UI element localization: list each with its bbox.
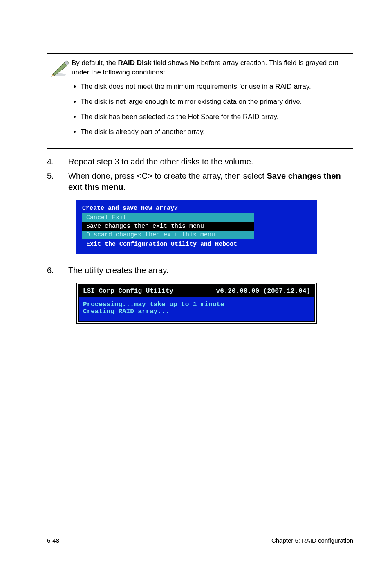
pen-icon bbox=[47, 57, 72, 78]
step-5: 5. When done, press <C> to create the ar… bbox=[47, 171, 353, 193]
note-bullet-list: The disk does not meet the minimum requi… bbox=[81, 82, 353, 137]
save-array-dialog: Create and save new array? Cancel Exit S… bbox=[76, 200, 353, 254]
utility-version: v6.20.00.00 (2007.12.04) bbox=[216, 287, 310, 295]
step-number: 6. bbox=[47, 265, 68, 276]
chapter-label: Chapter 6: RAID configuration bbox=[271, 537, 353, 544]
step-6: 6. The utility creates the array. bbox=[47, 265, 353, 276]
step-number: 4. bbox=[47, 156, 68, 167]
menu-item-save[interactable]: Save changes then exit this menu bbox=[82, 222, 254, 231]
note-bullet: The disk does not meet the minimum requi… bbox=[81, 82, 353, 92]
step-text: When done, press <C> to create the array… bbox=[68, 171, 353, 193]
step-text: Repeat step 3 to add the other disks to … bbox=[68, 156, 353, 167]
processing-dialog: LSI Corp Config Utility v6.20.00.00 (200… bbox=[76, 283, 353, 324]
note-block: By default, the RAID Disk field shows No… bbox=[47, 53, 353, 147]
utility-title: LSI Corp Config Utility bbox=[83, 287, 173, 295]
processing-message: Processing...may take up to 1 minute Cre… bbox=[79, 297, 314, 321]
note-bullet: The disk has been selected as the Hot Sp… bbox=[81, 112, 353, 122]
note-bullet: The disk is not large enough to mirror e… bbox=[81, 97, 353, 107]
step-text: The utility creates the array. bbox=[68, 265, 353, 276]
page-footer: 6-48 Chapter 6: RAID configuration bbox=[47, 534, 353, 544]
step-number: 5. bbox=[47, 171, 68, 193]
menu-item-discard[interactable]: Discard changes then exit this menu bbox=[82, 231, 254, 239]
step-4: 4. Repeat step 3 to add the other disks … bbox=[47, 156, 353, 167]
dialog-title: Create and save new array? bbox=[82, 205, 311, 212]
menu-item-exit-reboot[interactable]: Exit the Configuration Utility and Reboo… bbox=[82, 240, 254, 249]
note-intro: By default, the RAID Disk field shows No… bbox=[72, 57, 353, 77]
note-bullet: The disk is already part of another arra… bbox=[81, 128, 353, 137]
menu-item-cancel[interactable]: Cancel Exit bbox=[82, 213, 254, 222]
page-number: 6-48 bbox=[47, 537, 59, 544]
